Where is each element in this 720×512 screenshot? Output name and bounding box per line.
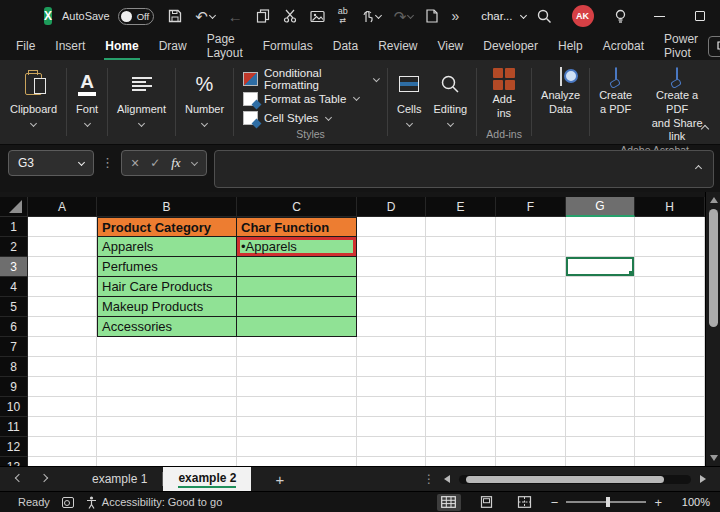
cells-group-button[interactable]: Cells — [391, 63, 427, 144]
column-header-A[interactable]: A — [28, 197, 97, 217]
cell-H7[interactable] — [635, 337, 705, 357]
cell-A6[interactable] — [28, 317, 97, 337]
row-header-4[interactable]: 4 — [0, 277, 28, 297]
cell-E10[interactable] — [426, 397, 496, 417]
cell-G13[interactable] — [566, 457, 635, 466]
cell-E2[interactable] — [426, 237, 496, 257]
cell-F12[interactable] — [496, 437, 566, 457]
accessibility-status[interactable]: Accessibility: Good to go — [86, 496, 222, 509]
cell-H11[interactable] — [635, 417, 705, 437]
row-header-8[interactable]: 8 — [0, 357, 28, 377]
ribbon-tab-draw[interactable]: Draw — [149, 32, 197, 60]
row-header-6[interactable]: 6 — [0, 317, 28, 337]
cell-D1[interactable] — [357, 217, 426, 237]
formula-input[interactable] — [214, 150, 714, 188]
normal-view-button[interactable] — [437, 494, 461, 511]
cell-D9[interactable] — [357, 377, 426, 397]
analyze-data-button[interactable]: AnalyzeData — [535, 63, 586, 144]
cell-F5[interactable] — [496, 297, 566, 317]
cell-A12[interactable] — [28, 437, 97, 457]
editing-group-button[interactable]: Editing — [428, 63, 474, 144]
cell-B3[interactable]: Perfumes — [97, 257, 237, 277]
copy-icon[interactable] — [256, 9, 270, 23]
cancel-icon[interactable]: × — [131, 155, 139, 171]
row-header-5[interactable]: 5 — [0, 297, 28, 317]
row-header-9[interactable]: 9 — [0, 377, 28, 397]
cell-D5[interactable] — [357, 297, 426, 317]
cell-H8[interactable] — [635, 357, 705, 377]
format-as-table-button[interactable]: Format as Table — [243, 89, 378, 109]
ribbon-tab-data[interactable]: Data — [323, 32, 368, 60]
cell-C3[interactable] — [237, 257, 357, 277]
cell-G8[interactable] — [566, 357, 635, 377]
zoom-slider[interactable] — [566, 501, 646, 503]
save-icon[interactable] — [168, 9, 182, 23]
column-header-B[interactable]: B — [97, 197, 237, 217]
addins-button[interactable]: Add-ins — [486, 68, 522, 121]
cell-E3[interactable] — [426, 257, 496, 277]
vertical-scroll-thumb[interactable] — [709, 209, 718, 327]
new-file-icon[interactable] — [426, 9, 438, 23]
cell-D8[interactable] — [357, 357, 426, 377]
cell-D11[interactable] — [357, 417, 426, 437]
cell-C12[interactable] — [237, 437, 357, 457]
cell-H4[interactable] — [635, 277, 705, 297]
select-all-button[interactable] — [0, 197, 28, 217]
cell-B13[interactable] — [97, 457, 237, 466]
zoom-out-button[interactable]: − — [551, 495, 559, 510]
fx-chevron-icon[interactable] — [191, 158, 198, 165]
cell-E4[interactable] — [426, 277, 496, 297]
column-header-C[interactable]: C — [237, 197, 357, 217]
cell-B2[interactable]: Apparels — [97, 237, 237, 257]
lightbulb-icon[interactable] — [602, 0, 640, 32]
sheet-tab-example-2[interactable]: example 2 — [163, 467, 251, 491]
cell-F1[interactable] — [496, 217, 566, 237]
row-header-11[interactable]: 11 — [0, 417, 28, 437]
vertical-scrollbar[interactable] — [705, 192, 720, 466]
picture-icon[interactable] — [310, 10, 325, 23]
cell-G10[interactable] — [566, 397, 635, 417]
ribbon-tab-review[interactable]: Review — [368, 32, 427, 60]
cell-G5[interactable] — [566, 297, 635, 317]
overflow-icon[interactable]: » — [451, 9, 459, 23]
row-header-1[interactable]: 1 — [0, 217, 28, 237]
cell-C7[interactable] — [237, 337, 357, 357]
cell-C2[interactable]: •Apparels — [237, 237, 357, 257]
cell-G3[interactable] — [566, 257, 635, 277]
prev-sheet-icon[interactable] — [15, 474, 23, 482]
touch-mode-icon[interactable] — [361, 9, 381, 23]
cell-B12[interactable] — [97, 437, 237, 457]
back-icon[interactable]: ← — [228, 9, 243, 24]
scroll-down-icon[interactable] — [710, 455, 718, 461]
scroll-up-icon[interactable] — [710, 197, 718, 203]
cell-B9[interactable] — [97, 377, 237, 397]
cell-D6[interactable] — [357, 317, 426, 337]
cell-D3[interactable] — [357, 257, 426, 277]
page-layout-view-button[interactable] — [475, 494, 499, 511]
cell-A2[interactable] — [28, 237, 97, 257]
cell-H12[interactable] — [635, 437, 705, 457]
cell-E11[interactable] — [426, 417, 496, 437]
cell-styles-button[interactable]: Cell Styles — [243, 109, 378, 129]
row-header-10[interactable]: 10 — [0, 397, 28, 417]
ribbon-tab-power-pivot[interactable]: Power Pivot — [654, 32, 708, 60]
cell-A4[interactable] — [28, 277, 97, 297]
cell-G11[interactable] — [566, 417, 635, 437]
column-header-H[interactable]: H — [635, 197, 705, 217]
create-pdf-button[interactable]: Createa PDF — [593, 63, 638, 144]
undo-icon[interactable]: ↶ — [195, 9, 215, 24]
cell-E5[interactable] — [426, 297, 496, 317]
column-header-D[interactable]: D — [357, 197, 426, 217]
find-replace-icon[interactable]: ab⇄ — [338, 7, 348, 25]
row-header-13[interactable]: 13 — [0, 457, 28, 466]
row-header-3[interactable]: 3 — [0, 257, 28, 277]
zoom-level[interactable]: 100% — [676, 496, 710, 508]
row-header-2[interactable]: 2 — [0, 237, 28, 257]
horizontal-scroll-thumb[interactable] — [466, 476, 664, 483]
cell-G7[interactable] — [566, 337, 635, 357]
cell-B6[interactable]: Accessories — [97, 317, 237, 337]
cell-F6[interactable] — [496, 317, 566, 337]
cell-C5[interactable] — [237, 297, 357, 317]
cell-E9[interactable] — [426, 377, 496, 397]
comments-button[interactable] — [708, 36, 720, 57]
